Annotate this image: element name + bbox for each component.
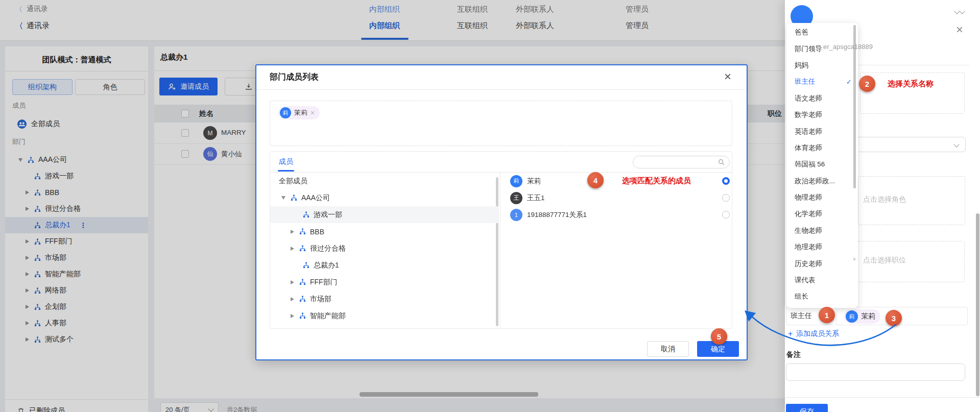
dropdown-option[interactable]: 组长 [786,288,858,305]
dropdown-option[interactable]: 数学老师 [786,107,858,123]
annotation-relation-name: 选择关系名称 [888,79,934,89]
chip-name: 茉莉 [861,312,875,321]
avatar: 莉 [510,175,522,187]
caret-down-icon[interactable] [281,196,285,200]
dropdown-option[interactable]: 韩国福 56 [786,156,858,173]
annotation-member-match: 选项匹配关系的成员 [622,176,691,186]
caret-right-icon[interactable] [291,230,294,234]
member-detail-drawer: × er_apsgca18889 点击选择角色 点击选择职位 + 班主任 莉 茉… [785,0,980,412]
org-icon [299,312,306,319]
selected-members-box: 莉 茉莉 × [270,101,732,146]
caret-right-icon[interactable] [291,297,294,301]
member-option-name: 19188877771关系1 [527,210,722,220]
member-option[interactable]: 1 19188877771关系1 [500,206,732,223]
member-option[interactable]: 王 王五1 [500,189,732,206]
dropdown-option[interactable]: 爸爸 [786,24,858,40]
cancel-button[interactable]: 取消 [647,341,689,357]
avatar: 1 [510,209,522,221]
dropdown-option[interactable]: 语文老师 [786,90,858,107]
modal-tree-item-selected[interactable]: 游戏一部 [270,206,499,223]
tree-item-label: BBB [310,228,324,236]
relation-value[interactable]: 班主任 [791,311,812,321]
modal-tree-item[interactable]: 网络部 [270,324,499,329]
vertical-scrollbar[interactable] [976,213,979,396]
search-input[interactable] [633,156,730,168]
dropdown-option[interactable]: 英语老师 [786,123,858,139]
org-icon [299,245,306,252]
close-icon[interactable]: × [956,25,963,35]
step-marker-3: 3 [886,310,902,326]
avatar: 莉 [846,310,858,323]
modal-tree-item[interactable]: FFF部门 [270,274,499,290]
selected-member-chip[interactable]: 莉 茉莉 × [278,106,320,119]
dropdown-option[interactable]: 历史老师 [786,255,858,272]
modal-tree-item[interactable]: 总裁办1 [270,257,499,274]
position-placeholder: 点击选择职位 [863,256,906,265]
avatar: 莉 [280,107,291,118]
role-placeholder: 点击选择角色 [863,195,906,204]
member-relation-row: 班主任 莉 茉莉 [786,307,968,325]
position-picker-box[interactable]: 点击选择职位 [851,241,965,282]
member-option[interactable]: 莉 茉莉 [500,173,732,189]
plus-icon: + [788,329,793,338]
avatar: 王 [510,192,522,204]
app-root: 〈 通讯录 内部组织 互联组织 外部联系人 管理员 〈 通讯录 内部组织 互联组… [0,0,980,412]
radio-selected[interactable] [722,177,730,185]
search-icon [718,159,725,165]
chip-name: 茉莉 [294,108,307,117]
modal-tree-root[interactable]: 全部成员 [270,173,499,189]
org-icon [291,195,297,201]
org-icon [299,228,306,235]
close-icon[interactable]: × [724,71,731,82]
modal-tree-item[interactable]: 很过分合格 [270,240,499,257]
chevron-down-icon [953,141,959,147]
role-picker-box[interactable]: 点击选择角色 [858,176,965,225]
check-icon: ✓ [846,78,852,86]
org-icon [299,296,306,302]
step-marker-1: 1 [819,307,835,323]
step-marker-2: 2 [859,76,875,92]
org-icon [299,279,306,285]
remove-chip-icon[interactable]: × [310,109,315,117]
modal-tree-item[interactable]: BBB [270,223,499,240]
remark-input[interactable] [786,363,965,381]
member-option-name: 王五1 [527,193,722,203]
caret-right-icon[interactable] [291,280,294,284]
save-button[interactable]: 保存 [786,404,828,412]
tree-item-label: 全部成员 [279,177,307,186]
caret-right-icon[interactable] [291,247,294,251]
tree-item-label: AAA公司 [301,193,330,203]
member-id-text: er_apsgca18889 [823,43,873,51]
dropdown-option[interactable]: 生物老师 [786,223,858,239]
relation-member-chip[interactable]: 莉 茉莉 [844,309,880,324]
tree-item-label: 市场部 [310,295,331,304]
tree-item-label: 总裁办1 [314,261,339,270]
dropdown-option[interactable]: 化学老师 [786,206,858,222]
tree-item-label: 网络部 [310,328,331,329]
step-marker-4: 4 [587,172,604,188]
add-relation-link[interactable]: + 添加成员关系 [788,329,839,338]
caret-right-icon[interactable] [291,314,294,318]
modal-tree-item[interactable]: 市场部 [270,290,499,307]
org-icon [303,211,309,218]
dropdown-option[interactable]: 地理老师 [786,239,858,255]
add-relation-label: 添加成员关系 [796,329,839,338]
dropdown-option-selected[interactable]: 班主任 ✓ [786,74,858,90]
dropdown-option[interactable]: 妈妈 [786,57,858,74]
step-marker-5: 5 [711,328,727,345]
tree-item-label: 很过分合格 [310,244,346,253]
collapse-icon[interactable] [959,8,965,14]
modal-tree-item[interactable]: 智能产能部 [270,307,499,324]
dropdown-option[interactable]: 课代表 [786,272,858,288]
radio-unselected[interactable] [722,211,730,219]
radio-unselected[interactable] [722,194,730,202]
dropdown-option[interactable]: 政治老师政... [786,173,858,189]
dropdown-option[interactable]: 体育老师 [786,140,858,156]
save-label: 保存 [800,407,814,412]
org-icon [303,262,309,269]
tree-item-label: 智能产能部 [310,311,346,321]
modal-tree-item[interactable]: AAA公司 [270,189,499,206]
dropdown-option[interactable]: 物理老师 [786,189,858,206]
tree-item-label: 游戏一部 [314,210,342,220]
tab-members[interactable]: 成员 [279,157,293,166]
